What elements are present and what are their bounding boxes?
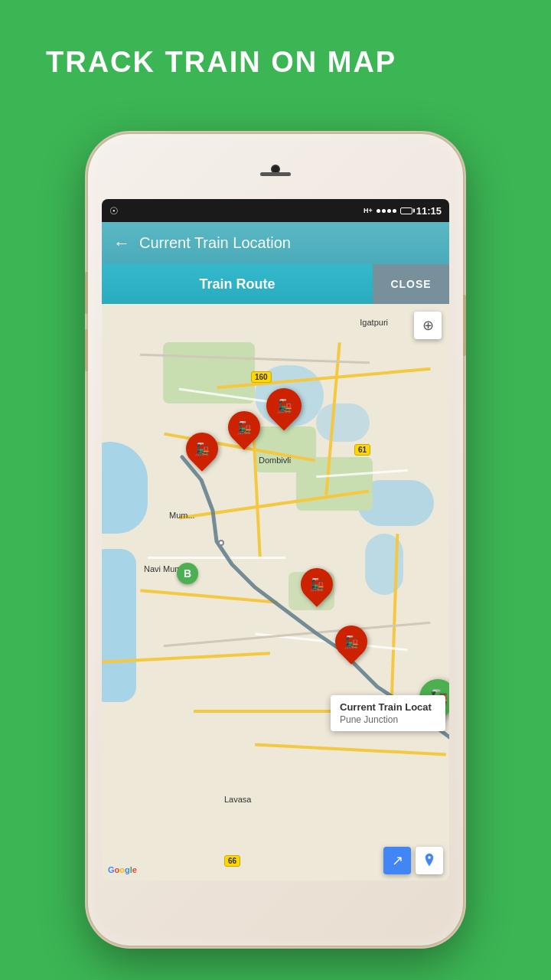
map-view[interactable]: 160 61 66 Igatpuri Dombivli Navi Mumbai …: [102, 304, 449, 880]
lavasa-label: Lavasa: [224, 795, 251, 804]
signal-bars: [377, 209, 396, 213]
close-button[interactable]: CLOSE: [373, 264, 449, 304]
compass-button[interactable]: ⊕: [414, 312, 442, 339]
tooltip-title: Current Train Locat: [340, 701, 436, 713]
phone-frame: ☉ H+ 11:15 ← Current Train Location Trai…: [88, 134, 463, 946]
maps-icon-button[interactable]: [416, 847, 443, 874]
mumbai-label: Mum...: [169, 511, 195, 520]
status-bar: ☉ H+ 11:15: [102, 199, 449, 222]
directions-icon-button[interactable]: ↗: [383, 847, 411, 874]
train-marker-3[interactable]: 🚂: [266, 388, 302, 430]
route-dot-1: [218, 540, 224, 546]
train-marker-5[interactable]: 🚂: [335, 626, 367, 664]
tab-bar: Train Route CLOSE: [102, 264, 449, 304]
app-bar: ← Current Train Location: [102, 222, 449, 264]
road-badge-160: 160: [251, 371, 272, 383]
app-bar-title: Current Train Location: [139, 234, 291, 252]
wifi-icon: ☉: [109, 205, 119, 217]
navigation-icons: ↗: [383, 847, 443, 874]
google-logo: Google: [108, 865, 137, 874]
tooltip-subtitle: Pune Junction: [340, 714, 436, 725]
volume-up-button: [85, 272, 88, 314]
train-marker-2[interactable]: 🚂: [228, 411, 260, 449]
earpiece-speaker: [260, 172, 291, 176]
phone-screen: ☉ H+ 11:15 ← Current Train Location Trai…: [102, 199, 449, 880]
back-button[interactable]: ←: [113, 234, 130, 253]
volume-down-button: [85, 329, 88, 371]
tab-train-route[interactable]: Train Route: [102, 264, 373, 304]
app-title: TRACK TRAIN ON MAP: [46, 46, 396, 79]
igatpuri-label: Igatpuri: [360, 318, 388, 327]
train-marker-1[interactable]: 🚂: [186, 433, 218, 471]
train-marker-4[interactable]: 🚂: [301, 568, 333, 606]
b-marker[interactable]: B: [177, 563, 198, 584]
network-type: H+: [364, 207, 373, 214]
road-badge-66: 66: [224, 855, 240, 867]
dombivli-label: Dombivli: [259, 456, 291, 465]
power-button: [463, 295, 466, 356]
road-badge-61: 61: [354, 444, 370, 456]
battery-icon: [400, 207, 412, 214]
clock: 11:15: [416, 205, 442, 217]
compass-icon: ⊕: [422, 317, 434, 334]
location-tooltip: Current Train Locat Pune Junction: [331, 695, 445, 731]
